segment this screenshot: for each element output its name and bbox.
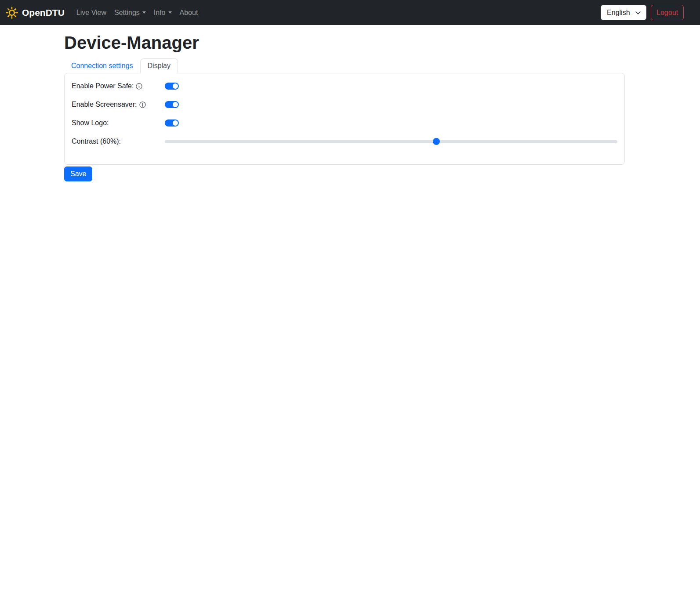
info-icon[interactable] [139, 101, 146, 108]
form-row-show-logo: Show Logo: [72, 118, 617, 128]
field-label-wrap: Enable Screensaver: [72, 101, 165, 109]
field-control [165, 83, 617, 90]
language-selected-value: English [607, 9, 630, 17]
nav-item-about[interactable]: About [176, 5, 202, 20]
field-label: Contrast (60%): [72, 137, 121, 145]
logout-button[interactable]: Logout [651, 5, 684, 20]
form-row-power-safe: Enable Power Safe: [72, 81, 617, 91]
field-control [165, 101, 617, 108]
brand-label: OpenDTU [22, 7, 65, 18]
field-label: Show Logo: [72, 119, 109, 127]
field-label-wrap: Show Logo: [72, 119, 165, 127]
chevron-down-icon [635, 10, 641, 18]
sun-icon [5, 6, 18, 19]
show-logo-switch[interactable] [165, 119, 179, 127]
field-label-wrap: Contrast (60%): [72, 137, 165, 145]
enable-screensaver-switch[interactable] [165, 101, 179, 108]
nav-item-label: Settings [114, 9, 140, 17]
nav-item-label: Live View [76, 9, 106, 17]
tab-bar: Connection settings Display [64, 58, 625, 73]
contrast-slider-track[interactable] [165, 140, 617, 143]
field-label-wrap: Enable Power Safe: [72, 82, 165, 90]
form-row-contrast: Contrast (60%): [72, 136, 617, 147]
enable-power-safe-switch[interactable] [165, 83, 179, 90]
nav-item-live-view[interactable]: Live View [73, 5, 110, 20]
field-control [165, 138, 617, 145]
info-icon[interactable] [136, 83, 142, 90]
nav-item-label: About [180, 9, 198, 17]
page-title: Device-Manager [64, 33, 625, 52]
navbar: OpenDTU Live View Settings Info About En… [0, 0, 700, 25]
nav-links: Live View Settings Info About [73, 5, 202, 20]
caret-down-icon [142, 11, 146, 14]
tab-display[interactable]: Display [140, 58, 178, 73]
nav-item-label: Info [154, 9, 166, 17]
tab-connection-settings[interactable]: Connection settings [64, 59, 140, 73]
form-row-screensaver: Enable Screensaver: [72, 99, 617, 110]
field-label: Enable Power Safe: [72, 82, 134, 90]
display-settings-card: Enable Power Safe: Enable Screensaver: [64, 73, 625, 165]
field-control [165, 119, 617, 127]
brand-link[interactable]: OpenDTU [5, 6, 65, 19]
language-select[interactable]: English [601, 5, 646, 20]
navbar-right: English Logout [601, 5, 684, 20]
main-content: Device-Manager Connection settings Displ… [64, 33, 625, 181]
nav-item-info[interactable]: Info [150, 5, 176, 20]
contrast-slider-thumb[interactable] [433, 138, 440, 145]
nav-item-settings[interactable]: Settings [110, 5, 150, 20]
caret-down-icon [168, 11, 172, 14]
contrast-slider[interactable] [165, 138, 617, 145]
save-button[interactable]: Save [64, 166, 92, 181]
field-label: Enable Screensaver: [72, 101, 137, 109]
